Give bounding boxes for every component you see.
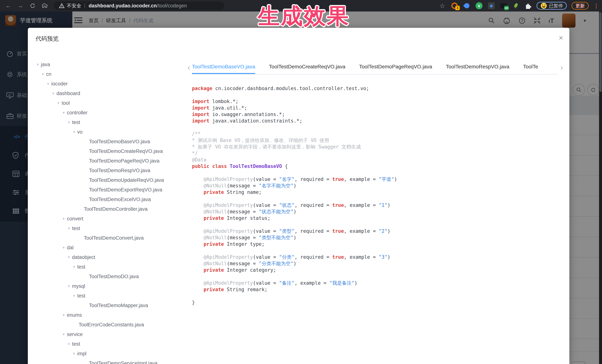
- tree-node-label: dashboard: [57, 91, 80, 96]
- tree-folder[interactable]: ▾test: [28, 262, 191, 272]
- caret-down-icon[interactable]: ▾: [68, 120, 70, 125]
- tree-folder[interactable]: ▾java: [28, 60, 191, 69]
- file-tree: ▾java▾cn▾iocoder▾dashboard▾tool▾controll…: [28, 60, 191, 364]
- extensions-puzzle-icon[interactable]: [524, 2, 532, 10]
- tree-file[interactable]: ToolTestDemoDO.java: [28, 272, 191, 281]
- caret-down-icon[interactable]: ▾: [63, 110, 65, 115]
- update-button[interactable]: 更新: [572, 2, 589, 10]
- tree-folder[interactable]: ▾test: [28, 339, 191, 349]
- tree-folder[interactable]: ▾impl: [28, 349, 191, 358]
- caret-down-icon[interactable]: ▾: [73, 351, 75, 356]
- caret-down-icon[interactable]: ▾: [73, 294, 75, 298]
- code-line: /**: [192, 131, 563, 137]
- extension-green-icon[interactable]: v: [475, 2, 483, 10]
- address-bar[interactable]: 不安全 dashboard.yudao.iocoder.cn/tool/code…: [54, 1, 224, 10]
- code-line: public class ToolTestDemoBaseVO {: [192, 163, 563, 170]
- extension-drop-icon[interactable]: [463, 2, 471, 10]
- tree-file[interactable]: ToolTestDemoBaseVO.java: [28, 137, 191, 146]
- extension-rss-icon[interactable]: 1: [451, 2, 458, 10]
- tabs-scroll-left-icon[interactable]: ‹: [188, 63, 190, 72]
- tree-node-label: ToolTestDemoExportReqVO.java: [89, 187, 162, 193]
- extension-leaf-icon[interactable]: [512, 2, 519, 10]
- tree-file[interactable]: ToolTestDemoRespVO.java: [28, 166, 191, 175]
- extension-diamond-icon[interactable]: ◆: [488, 2, 495, 10]
- caret-down-icon[interactable]: ▾: [68, 255, 70, 260]
- security-label[interactable]: 不安全: [67, 3, 81, 9]
- code-line: private String remark;: [192, 286, 563, 293]
- tree-folder[interactable]: ▾test: [28, 117, 191, 127]
- browser-menu-icon[interactable]: ⋮: [593, 3, 599, 9]
- tree-folder[interactable]: ▾iocoder: [28, 79, 191, 89]
- tree-node-label: dataobject: [72, 254, 95, 260]
- back-icon[interactable]: ←: [4, 2, 12, 10]
- caret-down-icon[interactable]: ▾: [37, 62, 39, 67]
- caret-down-icon[interactable]: ▾: [57, 101, 60, 105]
- tree-node-label: convert: [67, 216, 84, 222]
- tab-tooltestdemopagereqvo-java[interactable]: ToolTestDemoPageReqVO.java: [359, 61, 432, 74]
- caret-down-icon[interactable]: ▾: [68, 342, 70, 346]
- home-icon[interactable]: [41, 2, 49, 10]
- profile-paused-chip[interactable]: 已暂停: [537, 2, 567, 10]
- tree-file[interactable]: ToolTestDemoUpdateReqVO.java: [28, 175, 191, 185]
- tree-folder[interactable]: ▾service: [28, 330, 191, 339]
- caret-down-icon[interactable]: ▾: [63, 332, 65, 337]
- tree-folder[interactable]: ▾test: [28, 224, 191, 233]
- caret-down-icon[interactable]: ▾: [68, 226, 70, 230]
- tab-toolte[interactable]: ToolTe: [523, 61, 538, 74]
- tree-file[interactable]: ToolTestDemoServiceImpl.java: [28, 358, 191, 364]
- caret-down-icon[interactable]: ▾: [73, 265, 75, 269]
- code-line: [192, 273, 563, 280]
- tab-tooltestdemocreatereqvo-java[interactable]: ToolTestDemoCreateReqVO.java: [269, 61, 345, 74]
- tree-file[interactable]: ToolTestDemoCreateReqVO.java: [28, 146, 191, 156]
- tabs-scroll-right-icon[interactable]: ›: [560, 63, 563, 72]
- reload-icon[interactable]: [29, 2, 37, 10]
- tree-node-label: cn: [46, 71, 52, 77]
- bookmark-star-icon[interactable]: ☆: [439, 2, 446, 10]
- tree-folder[interactable]: ▾controller: [28, 108, 191, 117]
- tab-tooltestdemobasevo-java[interactable]: ToolTestDemoBaseVO.java: [192, 61, 255, 74]
- tree-node-label: enums: [67, 312, 82, 318]
- caret-down-icon[interactable]: ▾: [63, 245, 65, 250]
- page-scrollbar[interactable]: [599, 11, 602, 364]
- extension-on-icon[interactable]: on: [500, 2, 507, 10]
- tree-folder[interactable]: ▾dashboard: [28, 89, 191, 98]
- tree-folder[interactable]: ▾dal: [28, 243, 191, 252]
- url-path[interactable]: /tool/codegen: [157, 3, 187, 9]
- caret-down-icon[interactable]: ▾: [68, 284, 70, 288]
- url-divider: [85, 3, 85, 8]
- caret-down-icon[interactable]: ▾: [73, 130, 75, 134]
- caret-down-icon[interactable]: ▾: [52, 91, 54, 96]
- tree-file[interactable]: ToolTestDemoController.java: [28, 204, 191, 214]
- code-line: @NotNull(message = "状态不能为空"): [192, 208, 563, 215]
- tree-file[interactable]: ToolTestDemoMapper.java: [28, 301, 191, 310]
- tree-folder[interactable]: ▾test: [28, 291, 191, 301]
- tree-folder[interactable]: ▾tool: [28, 98, 191, 108]
- tree-file[interactable]: ToolTestDemoPageReqVO.java: [28, 156, 191, 166]
- close-icon[interactable]: ×: [559, 34, 563, 42]
- caret-down-icon[interactable]: ▾: [47, 82, 49, 86]
- tree-folder[interactable]: ▾convert: [28, 214, 191, 224]
- caret-down-icon[interactable]: ▾: [63, 313, 65, 317]
- tree-node-label: ToolTestDemoController.java: [84, 206, 148, 212]
- tree-file[interactable]: ToolErrorCodeConstants.java: [28, 320, 191, 330]
- code-line: package cn.iocoder.dashboard.modules.too…: [192, 85, 563, 92]
- tree-file[interactable]: ToolTestDemoConvert.java: [28, 233, 191, 243]
- tree-node-label: test: [77, 264, 86, 270]
- tree-node-label: java: [41, 62, 50, 67]
- scrollbar-thumb[interactable]: [599, 12, 602, 92]
- caret-down-icon[interactable]: ▾: [63, 217, 65, 221]
- tree-folder[interactable]: ▾dataobject: [28, 252, 191, 262]
- tab-tooltestdemorespvo-java[interactable]: ToolTestDemoRespVO.java: [446, 61, 509, 74]
- tree-file[interactable]: ToolTestDemoExcelVO.java: [28, 195, 191, 204]
- tree-folder[interactable]: ▾cn: [28, 69, 191, 79]
- tree-folder[interactable]: ▾enums: [28, 310, 191, 320]
- tree-folder[interactable]: ▾vo: [28, 127, 191, 137]
- code-line: @NotNull(message = "名字不能为空"): [192, 183, 563, 189]
- code-line: private Integer status;: [192, 215, 563, 221]
- caret-down-icon[interactable]: ▾: [42, 72, 44, 76]
- code-line: * 测试示例 Base VO，提供给添加、修改、详细的子 VO 使用: [192, 137, 563, 144]
- url-host[interactable]: dashboard.yudao.iocoder.cn: [89, 3, 157, 9]
- tree-folder[interactable]: ▾mysql: [28, 281, 191, 291]
- forward-icon[interactable]: →: [16, 2, 24, 10]
- tree-file[interactable]: ToolTestDemoExportReqVO.java: [28, 185, 191, 195]
